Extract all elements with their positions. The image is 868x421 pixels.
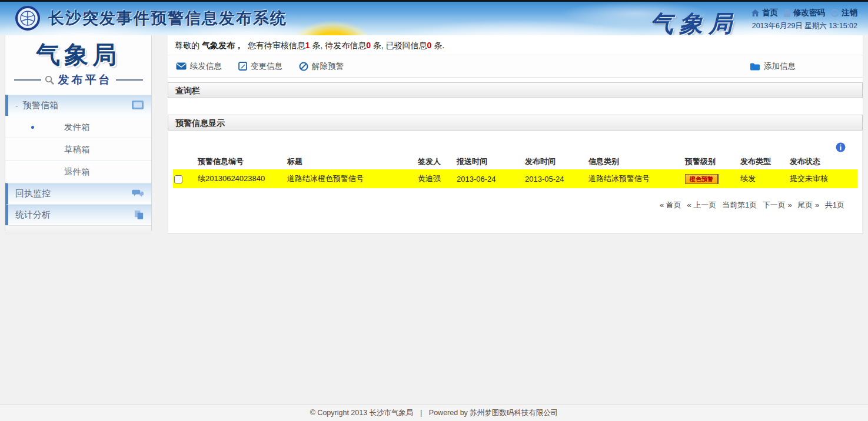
table-header-row: 预警信息编号 标题 签发人 报送时间 发布时间 信息类别 预警级别 发布类型 发… [173, 154, 857, 169]
col-warning-id: 预警信息编号 [197, 154, 286, 169]
cell-title: 道路结冰橙色预警信号 [286, 169, 417, 188]
sidebar-item-drafts[interactable]: 草稿箱 [5, 138, 151, 161]
inbox-panel-icon [131, 100, 144, 110]
cell-warning-id: 续20130624023840 [197, 169, 286, 188]
header-logo-group: 长沙突发事件预警信息发布系统 [15, 6, 287, 31]
sidebar-item-label: 发件箱 [64, 122, 90, 132]
left-rule [14, 79, 41, 81]
change-info-button[interactable]: 变更信息 [238, 61, 282, 72]
sidebar-item-statistics[interactable]: 统计分析 [5, 204, 151, 225]
cell-publish-status: 提交未审核 [789, 169, 857, 188]
col-publish-time: 发布时间 [524, 154, 587, 169]
col-report-time: 报送时间 [455, 154, 524, 169]
cell-warning-level: 橙色预警 [684, 169, 739, 188]
orange-warning-badge[interactable]: 橙色预警 [685, 174, 719, 184]
action-toolbar: 续发信息 变更信息 解除预警 添加信息 [168, 55, 863, 78]
right-rule [116, 79, 143, 81]
header-datetime: 2013年6月29日 星期六 13:15:02 [752, 21, 857, 31]
chat-bubbles-icon [132, 188, 144, 198]
pending-publish-count: 0 [366, 41, 371, 50]
pagination-current: 当前第1页 [722, 201, 757, 209]
sidebar-item-label: 草稿箱 [64, 145, 90, 154]
cancel-warning-button[interactable]: 解除预警 [299, 61, 344, 72]
add-info-button[interactable]: 添加信息 [750, 61, 796, 72]
sidebar-item-label: 预警信箱 [23, 100, 58, 111]
greeting-seg4: 条. [431, 41, 444, 50]
sidebar-menu: - 预警信箱 发件箱 草稿箱 退件箱 回执监控 [5, 95, 151, 225]
nav-change-password-link[interactable]: 修改密码 [783, 8, 825, 18]
sidebar-item-label: 退件箱 [64, 167, 90, 176]
no-sign-icon [299, 62, 308, 71]
pagination-last[interactable]: 尾页 » [797, 201, 819, 209]
nav-change-password-label: 修改密码 [793, 8, 825, 18]
sidebar-submenu: 发件箱 草稿箱 退件箱 [5, 116, 151, 183]
info-icon[interactable] [836, 142, 846, 152]
change-info-label: 变更信息 [251, 61, 282, 72]
page-footer: © Copyright 2013 长沙市气象局 | Powered by 苏州梦… [0, 405, 868, 421]
sidebar-item-outbox[interactable]: 发件箱 [5, 116, 151, 138]
brand-title: 气象局 [650, 8, 738, 35]
edit-square-icon [238, 62, 247, 71]
greeting-seg1: 您有待审核信息 [243, 41, 305, 50]
resend-info-label: 续发信息 [190, 61, 222, 72]
copyright-text: © Copyright 2013 长沙市气象局 [310, 409, 414, 417]
cell-publish-time: 2013-05-24 [524, 169, 587, 188]
nav-home-link[interactable]: 首页 [751, 8, 778, 18]
magnifier-icon [45, 75, 55, 85]
sidebar-item-receipt-monitor[interactable]: 回执监控 [5, 183, 151, 204]
pagination-prev[interactable]: « 上一页 [687, 201, 717, 209]
sidebar-logo: 气象局 发布平台 [5, 35, 151, 88]
main-content: 尊敬的 气象发布， 您有待审核信息1 条, 待发布信息0 条, 已驳回信息0 条… [168, 35, 863, 234]
greeting-prefix: 尊敬的 [175, 41, 202, 50]
header-links: 首页 修改密码 注销 2013年6月29日 星期六 13:15:02 [751, 8, 857, 31]
col-title: 标题 [286, 154, 417, 169]
sidebar-item-label: 回执监控 [15, 188, 51, 199]
pagination: « 首页 « 上一页 当前第1页 下一页 » 尾页 » 共1页 [168, 200, 862, 210]
bureau-emblem-icon [15, 6, 40, 31]
sidebar-logo-title: 气象局 [5, 39, 151, 71]
cell-category: 道路结冰预警信号 [587, 169, 684, 188]
row-checkbox-cell [173, 169, 197, 188]
pagination-first[interactable]: « 首页 [660, 201, 681, 209]
pagination-total: 共1页 [825, 201, 844, 209]
home-icon [751, 9, 760, 17]
active-bullet [31, 126, 34, 129]
envelope-icon [176, 62, 187, 70]
greeting-seg3: 条, 已驳回信息 [371, 41, 427, 50]
nav-logout-link[interactable]: 注销 [830, 8, 857, 18]
greeting-seg2: 条, 待发布信息 [310, 41, 366, 50]
sidebar-logo-subtitle: 发布平台 [58, 72, 112, 88]
warning-display-body: 预警信息编号 标题 签发人 报送时间 发布时间 信息类别 预警级别 发布类型 发… [168, 131, 863, 233]
copy-pages-icon [134, 209, 144, 220]
col-publish-type: 发布类型 [739, 154, 789, 169]
app-title: 长沙突发事件预警信息发布系统 [48, 8, 287, 29]
lock-icon [783, 9, 791, 18]
sidebar-item-returned[interactable]: 退件箱 [5, 161, 151, 183]
greeting-username: 气象发布， [202, 41, 243, 50]
sidebar-footer-strip [5, 225, 151, 235]
col-signer: 签发人 [417, 154, 455, 169]
powered-by-text: Powered by 苏州梦图数码科技有限公司 [429, 409, 558, 417]
checkbox-column-header [173, 154, 197, 169]
toolbar-right-group: 添加信息 [750, 61, 854, 72]
pagination-next[interactable]: 下一页 » [763, 201, 792, 209]
sidebar-logo-subtitle-row: 发布平台 [5, 72, 151, 88]
resend-info-button[interactable]: 续发信息 [176, 61, 222, 72]
folder-icon [750, 62, 760, 71]
sidebar-item-label: 统计分析 [15, 209, 51, 220]
nav-logout-label: 注销 [842, 8, 857, 18]
warning-table: 预警信息编号 标题 签发人 报送时间 发布时间 信息类别 预警级别 发布类型 发… [173, 154, 857, 188]
collapse-indicator: - [15, 101, 18, 111]
query-bar-header[interactable]: 查询栏 [168, 82, 863, 98]
row-checkbox[interactable] [174, 175, 182, 183]
app-header: 长沙突发事件预警信息发布系统 气象局 首页 修改密码 注销 [0, 2, 868, 35]
cell-publish-type: 续发 [739, 169, 789, 188]
nav-home-label: 首页 [762, 8, 778, 18]
greeting-bar: 尊敬的 气象发布， 您有待审核信息1 条, 待发布信息0 条, 已驳回信息0 条… [168, 35, 863, 55]
toolbar-left-group: 续发信息 变更信息 解除预警 [176, 61, 344, 72]
table-row[interactable]: 续20130624023840 道路结冰橙色预警信号 黄迪强 2013-06-2… [173, 169, 857, 188]
sidebar: 气象局 发布平台 - 预警信箱 发件箱 草稿箱 [5, 35, 152, 231]
header-right: 气象局 首页 修改密码 注销 2013年6月29日 [650, 4, 857, 35]
cell-signer: 黄迪强 [417, 169, 455, 188]
sidebar-item-warning-inbox[interactable]: - 预警信箱 [5, 95, 151, 116]
